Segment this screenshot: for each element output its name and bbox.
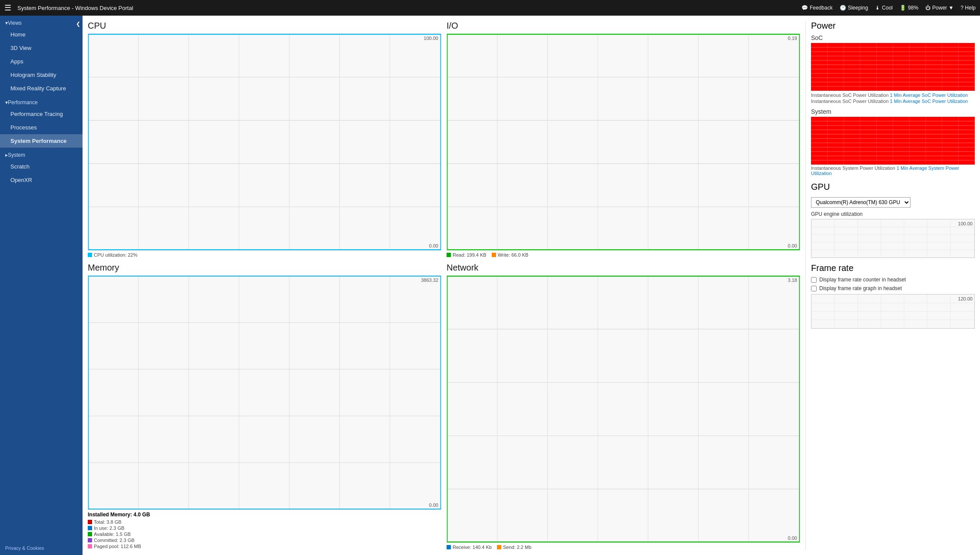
cpu-title: CPU: [88, 21, 441, 31]
svg-rect-111: [88, 276, 441, 509]
sidebar-item-home[interactable]: Home: [0, 28, 83, 41]
topbar: ☰ System Performance - Windows Device Po…: [0, 0, 980, 16]
cool-label: Cool: [882, 5, 893, 11]
io-panel: I/O: [447, 21, 800, 258]
framerate-checkbox1[interactable]: [811, 277, 817, 283]
window-title: System Performance - Windows Device Port…: [17, 5, 798, 11]
memory-total-text: Total: 3.8 GB: [94, 519, 122, 525]
sidebar-item-performance-tracing[interactable]: Performance Tracing: [0, 107, 83, 121]
memory-inuse-text: In use: 2.3 GB: [94, 525, 124, 531]
power-button[interactable]: ⏻ Power ▼: [925, 5, 954, 11]
help-label: ? Help: [960, 5, 976, 11]
io-chart: 0.19 0.00: [447, 33, 800, 251]
network-min-label: 0.00: [788, 535, 797, 541]
content-area: CPU: [83, 16, 980, 555]
framerate-checkbox2[interactable]: [811, 286, 817, 291]
memory-available-text: Available: 1.5 GB: [94, 532, 131, 537]
sidebar-system-header[interactable]: ▸System: [0, 148, 83, 160]
sidebar-item-apps[interactable]: Apps: [0, 55, 83, 68]
network-receive-dot: [447, 545, 451, 549]
network-legend: Receive: 140.4 Kb Send: 2.2 Mb: [447, 545, 800, 550]
io-legend: Read: 199.4 KB Write: 66.0 KB: [447, 252, 800, 258]
soc-label: SoC: [811, 34, 975, 41]
cool-button[interactable]: 🌡 Cool: [875, 5, 893, 11]
sidebar-item-3d-view[interactable]: 3D View: [0, 41, 83, 55]
battery-label: 98%: [908, 5, 918, 11]
framerate-title: Frame rate: [811, 263, 975, 273]
help-button[interactable]: ? Help: [960, 5, 976, 11]
memory-legend: Total: 3.8 GB In use: 2.3 GB Available: …: [88, 519, 441, 550]
power-section: Power SoC: [811, 21, 975, 176]
memory-title: Memory: [88, 263, 441, 273]
framerate-max-label: 120.00: [958, 296, 973, 301]
network-send-dot: [497, 545, 501, 549]
sidebar: ❮ ▾Views Home 3D View Apps Hologram Stab…: [0, 16, 83, 555]
memory-min-label: 0.00: [429, 502, 438, 508]
svg-rect-14: [88, 34, 441, 250]
io-title: I/O: [447, 21, 800, 31]
svg-rect-126: [447, 276, 800, 542]
gpu-engine-label: GPU engine utilization: [811, 211, 975, 217]
soc-avg-link2[interactable]: 1 Min Average SoC Power Utilization: [890, 99, 968, 104]
sidebar-item-processes[interactable]: Processes: [0, 121, 83, 134]
main-layout: ❮ ▾Views Home 3D View Apps Hologram Stab…: [0, 16, 980, 555]
cpu-max-label: 100.00: [424, 36, 438, 41]
sidebar-views-header[interactable]: ▾Views: [0, 16, 83, 28]
network-receive-text: Receive: 140.4 Kb: [453, 545, 492, 550]
sleeping-icon: 🕐: [840, 5, 846, 11]
network-max-label: 3.18: [788, 278, 797, 283]
soc-instant-text: Instantaneous SoC Power Utilization: [811, 99, 889, 104]
framerate-checkbox2-label: Display frame rate graph in headset: [819, 285, 902, 291]
feedback-button[interactable]: 💬 Feedback: [801, 5, 833, 11]
network-panel: Network: [447, 263, 800, 550]
cpu-legend-dot: [88, 253, 92, 257]
gpu-max-label: 100.00: [958, 221, 973, 226]
cool-icon: 🌡: [875, 5, 880, 11]
io-write-dot: [492, 253, 496, 257]
privacy-cookies-link[interactable]: Privacy & Cookies: [0, 541, 83, 555]
sys-instant-text: Instantaneous System Power Utilization: [811, 165, 895, 171]
battery-indicator: 🔋 98%: [900, 5, 918, 11]
io-write-text: Write: 66.0 KB: [498, 252, 529, 258]
panels-grid: CPU: [83, 16, 980, 555]
memory-max-label: 3863.32: [421, 278, 438, 283]
sidebar-item-scratch[interactable]: Scratch: [0, 160, 83, 173]
io-read-dot: [447, 253, 451, 257]
network-chart: 3.18 0.00: [447, 275, 800, 543]
power-icon: ⏻: [925, 5, 930, 11]
cpu-chart: 100.00 0.00: [88, 33, 441, 251]
framerate-section: Frame rate Display frame rate counter in…: [811, 263, 975, 329]
sleeping-button[interactable]: 🕐 Sleeping: [840, 5, 868, 11]
framerate-checkbox2-row: Display frame rate graph in headset: [811, 285, 975, 291]
feedback-icon: 💬: [801, 5, 808, 11]
sidebar-item-openxr[interactable]: OpenXR: [0, 173, 83, 187]
gpu-section: GPU Qualcomm(R) Adreno(TM) 630 GPU GPU e…: [811, 182, 975, 258]
sidebar-performance-header[interactable]: ▾Performance: [0, 95, 83, 107]
battery-icon: 🔋: [900, 5, 906, 11]
soc-chart: [811, 43, 975, 91]
network-send-text: Send: 2.2 Mb: [503, 545, 531, 550]
memory-panel: Memory: [88, 263, 441, 550]
memory-installed-label: Installed Memory: 4.0 GB: [88, 512, 441, 518]
sidebar-collapse-button[interactable]: ❮: [73, 19, 83, 29]
memory-chart: 3863.32 0.00: [88, 275, 441, 510]
memory-paged-text: Paged pool: 112.6 MB: [94, 544, 141, 549]
right-panel: Power SoC: [805, 21, 975, 550]
memory-committed-text: Committed: 2.3 GB: [94, 538, 135, 543]
cpu-legend: CPU utilization: 22%: [88, 252, 441, 258]
cpu-min-label: 0.00: [429, 243, 438, 248]
sidebar-item-system-performance[interactable]: System Performance: [0, 134, 83, 148]
sleeping-label: Sleeping: [848, 5, 868, 11]
power-label: Power ▼: [932, 5, 954, 11]
gpu-selector[interactable]: Qualcomm(R) Adreno(TM) 630 GPU: [811, 197, 910, 208]
sidebar-item-mixed-reality[interactable]: Mixed Reality Capture: [0, 82, 83, 95]
framerate-checkbox1-label: Display frame rate counter in headset: [819, 277, 906, 283]
sidebar-item-hologram[interactable]: Hologram Stability: [0, 68, 83, 82]
hamburger-icon[interactable]: ☰: [4, 3, 11, 13]
system-power-label: System: [811, 108, 975, 115]
network-title: Network: [447, 263, 800, 273]
io-max-label: 0.19: [788, 36, 797, 41]
system-chart: [811, 117, 975, 165]
framerate-chart: 120.00: [811, 294, 975, 329]
feedback-label: Feedback: [810, 5, 833, 11]
